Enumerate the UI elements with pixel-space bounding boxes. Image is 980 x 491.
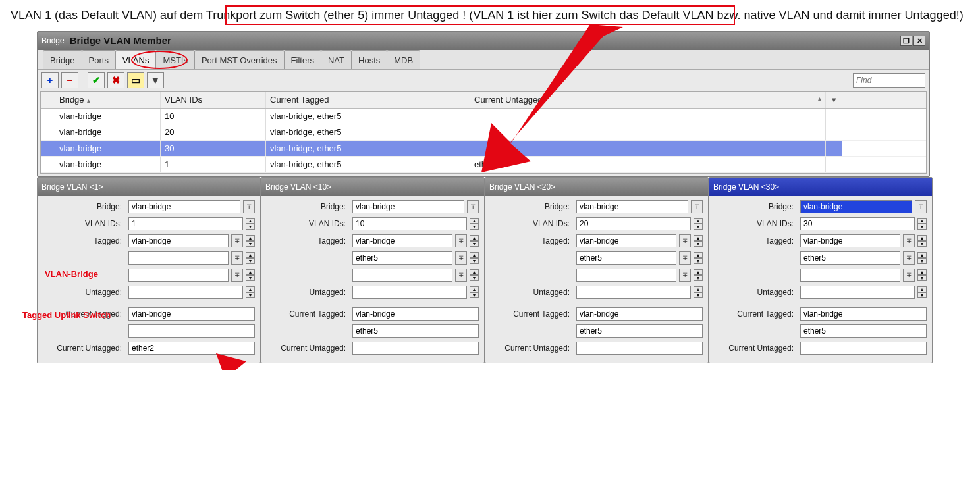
untagged-input[interactable] (800, 286, 915, 299)
dropdown-icon[interactable]: ∓ (231, 251, 243, 265)
table-row[interactable]: vlan-bridge10vlan-bridge, ether5 (41, 109, 926, 125)
untagged-input[interactable] (576, 286, 691, 299)
spin-down[interactable]: ▼ (694, 241, 703, 247)
spin-up[interactable]: ▲ (917, 269, 927, 275)
spin-down[interactable]: ▼ (246, 224, 255, 230)
spin-up[interactable]: ▲ (246, 269, 255, 275)
comment-button[interactable]: ▭ (127, 72, 144, 88)
tab-bridge[interactable]: Bridge (43, 50, 82, 70)
enable-button[interactable]: ✔ (88, 72, 105, 88)
vlan-ids-input[interactable] (352, 217, 467, 230)
dropdown-icon[interactable]: ∓ (455, 234, 467, 247)
spin-up[interactable]: ▲ (470, 218, 479, 224)
tagged-input[interactable] (800, 269, 900, 282)
spin-down[interactable]: ▼ (917, 275, 927, 281)
panel-titlebar[interactable]: Bridge VLAN <10> (261, 178, 484, 196)
panel-titlebar[interactable]: Bridge VLAN <20> (485, 178, 708, 196)
dropdown-icon[interactable]: ∓ (679, 234, 691, 247)
tab-nat[interactable]: NAT (321, 50, 352, 70)
spin-up[interactable]: ▲ (246, 235, 255, 241)
spin-down[interactable]: ▼ (246, 241, 255, 247)
spin-up[interactable]: ▲ (917, 286, 927, 292)
spin-down[interactable]: ▼ (694, 292, 703, 298)
spin-up[interactable]: ▲ (694, 218, 703, 224)
spin-down[interactable]: ▼ (470, 292, 479, 298)
dropdown-icon[interactable]: ∓ (467, 200, 479, 213)
tagged-input[interactable] (128, 234, 229, 247)
spin-down[interactable]: ▼ (470, 258, 479, 264)
col-current-tagged[interactable]: Current Tagged (266, 92, 470, 108)
dropdown-icon[interactable]: ∓ (679, 269, 691, 282)
spin-up[interactable]: ▲ (470, 235, 479, 241)
dropdown-icon[interactable]: ∓ (691, 200, 703, 213)
titlebar[interactable]: Bridge Bridge VLAN Member ❐ ✕ (38, 32, 929, 50)
tab-mstis[interactable]: MSTIs (155, 50, 195, 70)
spin-down[interactable]: ▼ (246, 275, 255, 281)
dropdown-icon[interactable]: ∓ (679, 251, 691, 265)
spin-down[interactable]: ▼ (917, 292, 927, 298)
tab-port-mst-overrides[interactable]: Port MST Overrides (194, 50, 285, 70)
col-vlan-ids[interactable]: VLAN IDs (161, 92, 266, 108)
spin-down[interactable]: ▼ (470, 275, 479, 281)
tab-ports[interactable]: Ports (82, 50, 116, 70)
disable-button[interactable]: ✖ (107, 72, 124, 88)
spin-up[interactable]: ▲ (694, 286, 703, 292)
spin-down[interactable]: ▼ (917, 258, 927, 264)
remove-button[interactable]: − (61, 72, 78, 88)
dropdown-icon[interactable]: ∓ (231, 269, 243, 282)
tagged-input[interactable] (352, 234, 452, 247)
dropdown-icon[interactable]: ∓ (903, 234, 915, 247)
table-row[interactable]: vlan-bridge20vlan-bridge, ether5 (41, 124, 926, 141)
panel-titlebar[interactable]: Bridge VLAN <30> (709, 178, 932, 196)
spin-down[interactable]: ▼ (246, 292, 255, 298)
dropdown-icon[interactable]: ∓ (903, 269, 915, 282)
col-dropdown[interactable]: ▾ (826, 92, 842, 108)
tagged-input[interactable] (352, 251, 452, 265)
spin-up[interactable]: ▲ (694, 235, 703, 241)
spin-up[interactable]: ▲ (246, 252, 255, 258)
spin-down[interactable]: ▼ (694, 258, 703, 264)
spin-down[interactable]: ▼ (470, 241, 479, 247)
vlan-ids-input[interactable] (128, 217, 243, 230)
spin-down[interactable]: ▼ (470, 224, 479, 230)
bridge-input[interactable] (576, 200, 688, 213)
tagged-input[interactable] (128, 251, 229, 265)
spin-up[interactable]: ▲ (470, 286, 479, 292)
untagged-input[interactable] (128, 286, 243, 299)
spin-up[interactable]: ▲ (917, 218, 927, 224)
spin-up[interactable]: ▲ (246, 218, 255, 224)
filter-button[interactable]: ▾ (147, 72, 164, 88)
table-row[interactable]: vlan-bridge30vlan-bridge, ether5 (41, 141, 926, 157)
close-button[interactable]: ✕ (913, 36, 925, 46)
bridge-input[interactable] (128, 200, 240, 213)
table-row[interactable]: vlan-bridge1vlan-bridge, ether5ether2 (41, 157, 926, 173)
spin-down[interactable]: ▼ (917, 241, 927, 247)
dropdown-icon[interactable]: ∓ (903, 251, 915, 265)
spin-up[interactable]: ▲ (246, 286, 255, 292)
vlan-ids-input[interactable] (800, 217, 915, 230)
bridge-input[interactable] (352, 200, 464, 213)
col-bridge[interactable]: Bridge▴ (55, 92, 161, 108)
dropdown-icon[interactable]: ∓ (243, 200, 255, 213)
spin-down[interactable]: ▼ (246, 258, 255, 264)
dropdown-icon[interactable]: ∓ (455, 251, 467, 265)
spin-up[interactable]: ▲ (470, 269, 479, 275)
spin-down[interactable]: ▼ (917, 224, 927, 230)
find-input[interactable] (853, 73, 925, 88)
spin-up[interactable]: ▲ (470, 252, 479, 258)
panel-titlebar[interactable]: Bridge VLAN <1> (38, 178, 260, 196)
bridge-input[interactable] (800, 200, 912, 213)
spin-up[interactable]: ▲ (917, 235, 927, 241)
dropdown-icon[interactable]: ∓ (231, 234, 243, 247)
dropdown-icon[interactable]: ∓ (455, 269, 467, 282)
dropdown-icon[interactable]: ∓ (915, 200, 927, 213)
tab-filters[interactable]: Filters (284, 50, 321, 70)
tab-hosts[interactable]: Hosts (351, 50, 387, 70)
vlan-ids-input[interactable] (576, 217, 691, 230)
tab-mdb[interactable]: MDB (387, 50, 420, 70)
tagged-input[interactable] (352, 269, 452, 282)
tab-vlans[interactable]: VLANs (115, 50, 156, 70)
spin-up[interactable]: ▲ (694, 252, 703, 258)
tagged-input[interactable] (576, 234, 676, 247)
tagged-input[interactable] (576, 269, 676, 282)
